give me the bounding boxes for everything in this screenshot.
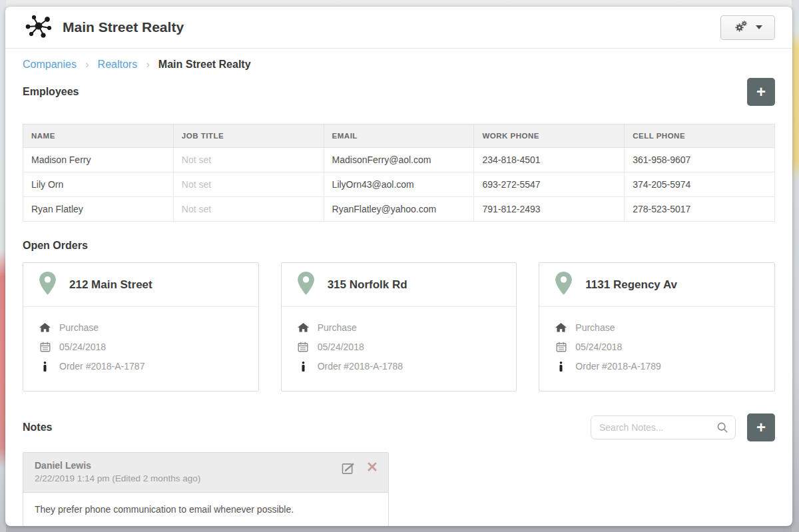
employee-cell-phone: 374-205-5974 [625, 172, 775, 197]
employee-name: Lily Orn [23, 172, 174, 197]
employee-email: RyanFlatley@yahoo.com [324, 197, 474, 222]
employee-cell-phone: 278-523-5017 [625, 197, 775, 222]
order-address: 315 Norfolk Rd [328, 278, 407, 292]
order-address: 1131 Regency Av [585, 278, 677, 292]
order-card-body: Purchase 05/24/2018 [539, 307, 774, 391]
close-icon [368, 461, 377, 474]
order-type-line: Purchase [298, 322, 501, 333]
order-number-line: Order #2018-A-1788 [298, 361, 501, 372]
gears-icon [734, 19, 748, 35]
employee-work-phone: 234-818-4501 [474, 148, 625, 172]
settings-menu-button[interactable] [720, 15, 775, 40]
order-card-body: Purchase 05/24/2018 [23, 307, 258, 391]
breadcrumb-link-realtors[interactable]: Realtors [98, 59, 138, 71]
order-number: Order #2018-A-1788 [318, 361, 403, 372]
house-icon [555, 322, 567, 333]
info-icon [39, 362, 51, 372]
order-number-line: Order #2018-A-1787 [39, 361, 242, 372]
order-type: Purchase [575, 322, 615, 333]
employee-name: Ryan Flatley [23, 197, 174, 222]
notes-title: Notes [23, 421, 52, 433]
column-header-email: EMAIL [324, 125, 474, 148]
order-number: Order #2018-A-1787 [59, 361, 144, 372]
order-card[interactable]: 315 Norfolk Rd Purchase [281, 262, 517, 392]
note-text: They prefer phone communication to email… [23, 493, 388, 526]
main-content: Companies › Realtors › Main Street Realt… [5, 49, 792, 526]
note-author: Daniel Lewis [35, 460, 342, 471]
employee-job-title: Not set [173, 172, 324, 197]
column-header-name: NAME [23, 125, 174, 148]
employees-header-row: Employees + [23, 78, 775, 106]
column-header-job-title: JOB TITLE [173, 125, 324, 148]
employee-work-phone: 791-812-2493 [474, 197, 625, 222]
order-card-header: 212 Main Street [23, 263, 258, 307]
note-card-header: Daniel Lewis 2/22/2019 1:14 pm (Edited 2… [23, 453, 388, 493]
calendar-icon [555, 342, 567, 352]
calendar-icon [39, 342, 51, 352]
table-row[interactable]: Lily Orn Not set LilyOrn43@aol.com 693-2… [23, 172, 775, 197]
search-notes-input[interactable] [591, 415, 736, 439]
column-header-cell-phone: CELL PHONE [625, 125, 775, 148]
table-row[interactable]: Ryan Flatley Not set RyanFlatley@yahoo.c… [23, 197, 775, 222]
column-header-work-phone: WORK PHONE [474, 125, 625, 148]
employees-table: NAME JOB TITLE EMAIL WORK PHONE CELL PHO… [23, 124, 775, 222]
notes-search [591, 415, 736, 439]
order-type: Purchase [59, 322, 99, 333]
add-employee-button[interactable]: + [747, 78, 775, 106]
add-note-button[interactable]: + [747, 413, 775, 441]
app-window: Main Street Realty [5, 7, 792, 526]
house-icon [39, 322, 51, 333]
delete-note-button[interactable] [368, 462, 377, 473]
map-pin-icon [298, 272, 314, 298]
order-date-line: 05/24/2018 [39, 342, 242, 352]
order-number: Order #2018-A-1789 [575, 361, 661, 372]
order-date-line: 05/24/2018 [555, 342, 758, 352]
open-orders-grid: 212 Main Street Purchase [23, 262, 775, 392]
open-orders-title: Open Orders [23, 240, 775, 252]
note-timestamp: 2/22/2019 1:14 pm (Edited 2 months ago) [35, 473, 342, 483]
breadcrumb-current: Main Street Realty [158, 59, 251, 71]
order-card-body: Purchase 05/24/2018 [282, 307, 517, 391]
breadcrumb: Companies › Realtors › Main Street Realt… [23, 58, 775, 71]
note-meta: Daniel Lewis 2/22/2019 1:14 pm (Edited 2… [35, 460, 342, 483]
edit-icon [342, 467, 356, 477]
employees-title: Employees [23, 86, 79, 98]
map-pin-icon [39, 272, 56, 298]
order-date: 05/24/2018 [318, 342, 364, 352]
notes-toolbar: + [591, 413, 775, 441]
order-type-line: Purchase [39, 322, 242, 333]
order-card-header: 315 Norfolk Rd [282, 263, 517, 307]
house-icon [298, 322, 309, 333]
employee-cell-phone: 361-958-9607 [625, 148, 775, 172]
note-actions [342, 460, 377, 483]
table-row[interactable]: Madison Ferry Not set MadisonFerry@aol.c… [23, 148, 775, 172]
caret-down-icon [756, 25, 762, 29]
employee-email: LilyOrn43@aol.com [324, 172, 474, 197]
employee-email: MadisonFerry@aol.com [324, 148, 474, 172]
note-card: Daniel Lewis 2/22/2019 1:14 pm (Edited 2… [23, 452, 389, 526]
employee-name: Madison Ferry [23, 148, 174, 172]
order-address: 212 Main Street [69, 278, 152, 292]
top-bar: Main Street Realty [5, 7, 792, 49]
page-title: Main Street Realty [63, 19, 184, 35]
edit-note-button[interactable] [342, 462, 356, 475]
order-card-header: 1131 Regency Av [539, 263, 774, 307]
employee-job-title: Not set [173, 148, 324, 172]
order-card[interactable]: 212 Main Street Purchase [23, 262, 259, 392]
order-type-line: Purchase [555, 322, 758, 333]
breadcrumb-separator-icon: › [146, 58, 150, 71]
order-type: Purchase [318, 322, 357, 333]
order-number-line: Order #2018-A-1789 [555, 361, 758, 372]
map-pin-icon [555, 272, 572, 298]
order-date-line: 05/24/2018 [298, 342, 501, 352]
order-date: 05/24/2018 [575, 342, 622, 352]
order-card[interactable]: 1131 Regency Av Purchase [539, 262, 775, 392]
breadcrumb-separator-icon: › [85, 58, 89, 71]
info-icon [555, 362, 567, 372]
notes-header-row: Notes + [23, 413, 775, 441]
calendar-icon [298, 342, 309, 352]
info-icon [298, 362, 309, 372]
breadcrumb-link-companies[interactable]: Companies [23, 59, 77, 71]
employee-work-phone: 693-272-5547 [474, 172, 625, 197]
order-date: 05/24/2018 [59, 342, 106, 352]
